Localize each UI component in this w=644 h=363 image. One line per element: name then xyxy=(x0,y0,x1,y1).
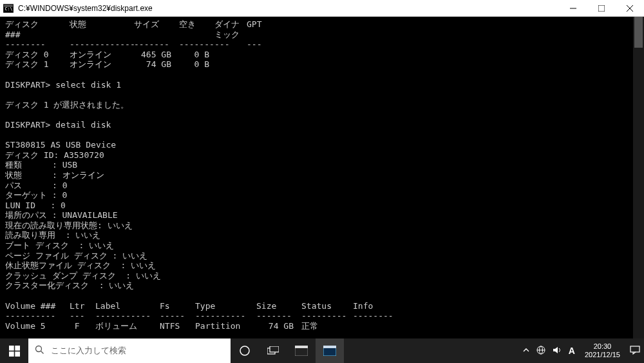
taskbar-app-diskpart[interactable] xyxy=(316,338,344,363)
command-input: detail disk xyxy=(55,120,111,130)
search-placeholder: ここに入力して検索 xyxy=(51,345,126,357)
detail-row: ターゲット : 0 xyxy=(5,190,639,201)
window-titlebar: C:\ C:¥WINDOWS¥system32¥diskpart.exe xyxy=(0,0,644,17)
cell-type: Partition xyxy=(195,321,256,331)
detail-row: 読み取り専用 : いいえ xyxy=(5,230,639,240)
col-size: サイズ xyxy=(134,19,179,39)
svg-rect-9 xyxy=(9,351,14,357)
detail-row: パス : 0 xyxy=(5,181,639,191)
cell-info xyxy=(353,321,398,331)
taskbar: ここに入力して検索 A 20:30 2021/12/15 xyxy=(0,338,644,363)
ime-indicator[interactable]: A xyxy=(569,346,575,356)
svg-rect-17 xyxy=(295,346,308,348)
cell-disk: ディスク 0 xyxy=(5,50,70,60)
volume-icon[interactable] xyxy=(553,346,562,357)
detail-row: ページ ファイル ディスク : いいえ xyxy=(5,251,639,261)
detail-row: 種類 : USB xyxy=(5,160,639,170)
command-result: ディスク 1 が選択されました。 xyxy=(5,100,639,110)
taskbar-clock[interactable]: 20:30 2021/12/15 xyxy=(582,342,623,358)
detail-row: 状態 : オンライン xyxy=(5,170,639,181)
cell-disk: ディスク 1 xyxy=(5,59,70,70)
action-center-icon[interactable] xyxy=(630,346,640,357)
cell-free: 0 B xyxy=(179,59,214,70)
start-button[interactable] xyxy=(0,338,28,363)
detail-row: 休止状態ファイル ディスク : いいえ xyxy=(5,260,639,271)
blank-line xyxy=(5,70,639,80)
detail-row: 現在の読み取り専用状態: いいえ xyxy=(5,221,639,231)
detail-row: ブート ディスク : いいえ xyxy=(5,240,639,251)
cell-size: 74 GB xyxy=(256,321,301,331)
col-dyna: ダイナ ミック xyxy=(214,19,247,39)
table-row: ディスク 1オンライン 74 GB0 B xyxy=(5,59,639,70)
svg-rect-15 xyxy=(270,346,279,352)
cell-ltr: F xyxy=(70,321,95,331)
svg-rect-7 xyxy=(9,346,14,351)
disk-header-underline: -------- ------------- ------- ------- -… xyxy=(5,39,639,50)
cell-status: 正常 xyxy=(301,321,353,331)
disk-header-row: ディスク ### 状態 サイズ 空き ダイナ ミック GPT xyxy=(5,19,639,39)
svg-rect-10 xyxy=(15,351,20,357)
cell-size: 465 GB xyxy=(134,50,179,60)
table-row: Volume 5 FボリュームNTFSPartition74 GB正常 xyxy=(5,321,639,331)
task-view-button[interactable] xyxy=(259,338,287,363)
detail-row: ディスク ID: A3530720 xyxy=(5,150,639,161)
taskbar-app-cmd[interactable] xyxy=(287,338,316,363)
detail-row: 場所のパス : UNAVAILABLE xyxy=(5,210,639,221)
blank-line xyxy=(5,291,639,301)
blank-line xyxy=(5,90,639,100)
terminal-output[interactable]: ディスク ### 状態 サイズ 空き ダイナ ミック GPT -------- … xyxy=(0,17,644,338)
svg-point-11 xyxy=(36,346,42,352)
app-icon: C:\ xyxy=(3,3,14,14)
volume-header-underline: ---------- --- ----------- ----- -------… xyxy=(5,311,639,321)
blank-line xyxy=(5,331,639,338)
prompt-line-1: DISKPART> select disk 1 xyxy=(5,80,639,90)
scrollbar-thumb[interactable] xyxy=(634,17,643,48)
svg-text:C:\: C:\ xyxy=(5,6,12,12)
prompt-line-2: DISKPART> detail disk xyxy=(5,120,639,130)
svg-point-13 xyxy=(240,346,249,355)
col-disk: ディスク ### xyxy=(5,19,70,39)
svg-rect-19 xyxy=(323,346,336,348)
detail-row: LUN ID : 0 xyxy=(5,201,639,211)
svg-rect-24 xyxy=(630,346,639,352)
clock-date: 2021/12/15 xyxy=(585,351,620,359)
cortana-button[interactable] xyxy=(231,338,259,363)
vertical-scrollbar[interactable] xyxy=(633,17,644,338)
chevron-up-icon[interactable] xyxy=(523,346,529,355)
cell-label: ボリューム xyxy=(95,321,160,331)
system-tray: A 20:30 2021/12/15 xyxy=(523,342,644,358)
svg-marker-23 xyxy=(553,347,558,353)
command-input: select disk 1 xyxy=(55,80,121,90)
col-status: 状態 xyxy=(70,19,134,39)
table-row: ディスク 0オンライン465 GB0 B xyxy=(5,50,639,60)
cell-size: 74 GB xyxy=(134,59,179,70)
cell-volnum: Volume 5 xyxy=(5,321,70,331)
volume-header-row: Volume ### Ltr Label Fs Type Size Status… xyxy=(5,301,639,311)
search-icon xyxy=(35,345,44,357)
clock-time: 20:30 xyxy=(585,342,620,351)
minimize-button[interactable] xyxy=(559,0,587,17)
svg-rect-4 xyxy=(598,5,605,12)
svg-rect-8 xyxy=(15,346,20,351)
taskbar-search[interactable]: ここに入力して検索 xyxy=(28,338,231,363)
device-name: ST380815 AS USB Device xyxy=(5,140,639,150)
close-button[interactable] xyxy=(616,0,644,17)
cell-free: 0 B xyxy=(179,50,214,60)
cell-status: オンライン xyxy=(70,50,134,60)
svg-line-12 xyxy=(41,351,44,354)
cell-status: オンライン xyxy=(70,59,134,70)
detail-row: クラスター化ディスク : いいえ xyxy=(5,280,639,291)
detail-row: クラッシュ ダンプ ディスク : いいえ xyxy=(5,271,639,281)
window-title: C:¥WINDOWS¥system32¥diskpart.exe xyxy=(18,4,559,13)
network-icon[interactable] xyxy=(536,346,545,357)
cell-fs: NTFS xyxy=(160,321,195,331)
col-free: 空き xyxy=(179,19,214,39)
maximize-button[interactable] xyxy=(587,0,616,17)
col-gpt: GPT xyxy=(247,19,272,39)
blank-line xyxy=(5,110,639,120)
blank-line xyxy=(5,130,639,141)
